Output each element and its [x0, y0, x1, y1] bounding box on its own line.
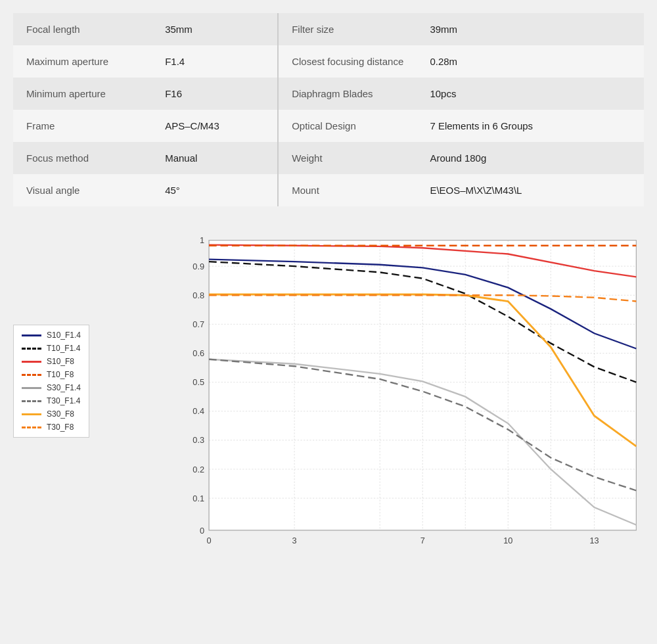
mtf-svg: 0 0.1 0.2 0.3 0.4 0.5 0.6 0.7 0.8 0.9 1 … [171, 233, 644, 553]
svg-text:3: 3 [292, 536, 297, 545]
spec-value-3-1: APS–C/M43 [152, 110, 278, 142]
svg-text:0.4: 0.4 [193, 406, 204, 416]
spec-label-5-1: Visual angle [13, 174, 152, 206]
spec-value-0-2: 39mm [417, 13, 644, 45]
svg-text:0.2: 0.2 [193, 465, 204, 474]
legend-label-S10_F8: S10_F8 [47, 357, 74, 366]
spec-row-2: Minimum aperture F16 Diaphragm Blades 10… [13, 78, 644, 110]
spec-row-1: Maximum aperture F1.4 Closest focusing d… [13, 45, 644, 78]
spec-label-2-2: Diaphragm Blades [278, 78, 417, 110]
mtf-title-area: S10_F1.4T10_F1.4S10_F8T10_F8S30_F1.4T30_… [13, 233, 158, 438]
svg-text:13: 13 [589, 536, 599, 545]
legend-line-T30_F8 [22, 426, 41, 428]
svg-text:0.9: 0.9 [193, 262, 204, 271]
spec-value-1-2: 0.28m [417, 45, 644, 78]
legend-item-S10_F8: S10_F8 [22, 357, 81, 366]
legend-label-S10_F14: S10_F1.4 [47, 331, 81, 340]
spec-label-5-2: Mount [278, 174, 417, 206]
spec-label-1-1: Maximum aperture [13, 45, 152, 78]
spec-label-0-1: Focal length [13, 13, 152, 45]
svg-text:0.7: 0.7 [193, 319, 204, 329]
svg-text:0.1: 0.1 [193, 494, 204, 503]
legend-label-T10_F14: T10_F1.4 [47, 344, 80, 353]
spec-value-5-1: 45° [152, 174, 278, 206]
legend-line-T10_F8 [22, 374, 41, 376]
svg-text:0: 0 [200, 526, 204, 536]
spec-row-0: Focal length 35mm Filter size 39mm [13, 13, 644, 45]
legend-item-S10_F14: S10_F1.4 [22, 331, 81, 340]
spec-label-0-2: Filter size [278, 13, 417, 45]
spec-row-3: Frame APS–C/M43 Optical Design 7 Element… [13, 110, 644, 142]
svg-text:0.3: 0.3 [193, 436, 204, 446]
legend-item-T30_F14: T30_F1.4 [22, 396, 81, 405]
spec-value-4-2: Around 180g [417, 142, 644, 174]
spec-value-1-1: F1.4 [152, 45, 278, 78]
specs-table: Focal length 35mm Filter size 39mm Maxim… [13, 13, 644, 206]
legend-line-T30_F14 [22, 400, 41, 402]
svg-text:0.5: 0.5 [193, 377, 204, 387]
spec-label-1-2: Closest focusing distance [278, 45, 417, 78]
spec-value-5-2: E\EOS–M\X\Z\M43\L [417, 174, 644, 206]
svg-text:0.8: 0.8 [193, 290, 204, 300]
spec-value-0-1: 35mm [152, 13, 278, 45]
spec-row-4: Focus method Manual Weight Around 180g [13, 142, 644, 174]
legend-label-T30_F8: T30_F8 [47, 423, 74, 432]
spec-label-3-2: Optical Design [278, 110, 417, 142]
legend-item-S30_F14: S30_F1.4 [22, 383, 81, 392]
legend-label-T10_F8: T10_F8 [47, 370, 74, 379]
spec-row-5: Visual angle 45° Mount E\EOS–M\X\Z\M43\L [13, 174, 644, 206]
legend-line-S30_F14 [22, 387, 41, 389]
svg-text:0.6: 0.6 [193, 348, 204, 358]
spec-value-4-1: Manual [152, 142, 278, 174]
spec-label-2-1: Minimum aperture [13, 78, 152, 110]
legend-label-S30_F8: S30_F8 [47, 409, 74, 419]
svg-text:7: 7 [420, 536, 425, 545]
spec-value-2-2: 10pcs [417, 78, 644, 110]
spec-value-3-2: 7 Elements in 6 Groups [417, 110, 644, 142]
spec-label-4-1: Focus method [13, 142, 152, 174]
mtf-legend: S10_F1.4T10_F1.4S10_F8T10_F8S30_F1.4T30_… [13, 325, 89, 438]
legend-label-T30_F14: T30_F1.4 [47, 396, 80, 405]
legend-item-S30_F8: S30_F8 [22, 409, 81, 419]
mtf-section: S10_F1.4T10_F1.4S10_F8T10_F8S30_F1.4T30_… [13, 226, 644, 563]
legend-line-S10_F8 [22, 361, 41, 363]
legend-item-T10_F14: T10_F1.4 [22, 344, 81, 353]
mtf-chart: 0 0.1 0.2 0.3 0.4 0.5 0.6 0.7 0.8 0.9 1 … [171, 233, 644, 556]
spec-value-2-1: F16 [152, 78, 278, 110]
svg-text:1: 1 [200, 235, 204, 245]
spec-label-3-1: Frame [13, 110, 152, 142]
legend-label-S30_F14: S30_F1.4 [47, 383, 81, 392]
legend-line-S30_F8 [22, 413, 41, 415]
legend-line-T10_F14 [22, 348, 41, 350]
spec-label-4-2: Weight [278, 142, 417, 174]
svg-text:0: 0 [207, 536, 212, 545]
legend-line-S10_F14 [22, 334, 41, 336]
legend-item-T10_F8: T10_F8 [22, 370, 81, 379]
legend-item-T30_F8: T30_F8 [22, 423, 81, 432]
svg-text:10: 10 [503, 536, 512, 545]
